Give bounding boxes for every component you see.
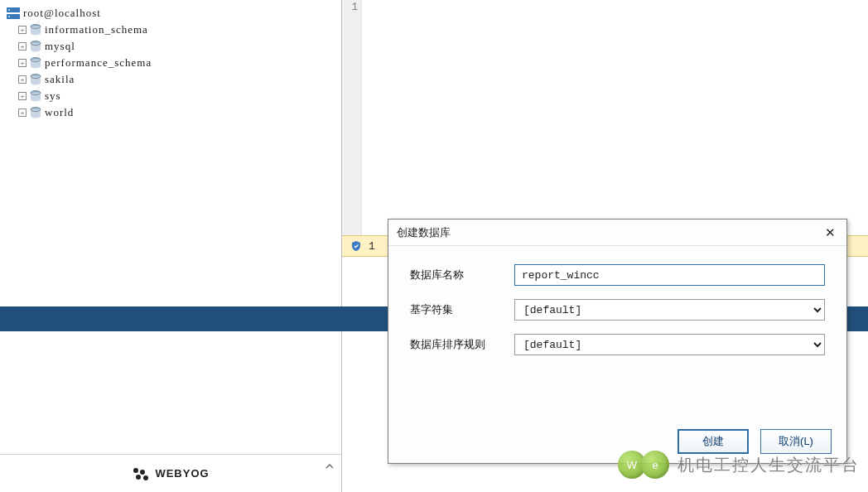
sidebar: root@localhost + information_schema + my… <box>0 0 342 492</box>
brand-text: WEBYOG <box>155 467 209 480</box>
tree-item-label: sakila <box>45 73 75 86</box>
webyog-icon <box>132 466 150 481</box>
charset-label: 基字符集 <box>410 302 501 317</box>
tree-item-label: sys <box>45 89 61 103</box>
wechat-icon: W e <box>618 451 669 479</box>
expand-icon[interactable]: + <box>18 109 27 117</box>
svg-point-16 <box>133 468 138 473</box>
db-name-input[interactable] <box>514 264 825 286</box>
editor-gutter: 1 <box>342 0 362 235</box>
database-icon <box>30 57 41 69</box>
svg-point-19 <box>143 475 148 480</box>
scroll-up-icon[interactable] <box>323 460 336 473</box>
expand-icon[interactable]: + <box>18 42 27 51</box>
tree-root-label: root@localhost <box>23 7 101 20</box>
database-icon <box>30 24 41 36</box>
tree-item-label: information_schema <box>45 23 148 36</box>
tree-item[interactable]: + performance_schema <box>5 55 336 71</box>
database-icon <box>30 107 41 118</box>
close-icon[interactable]: ✕ <box>822 224 838 241</box>
database-icon <box>30 41 41 52</box>
database-icon <box>30 90 41 102</box>
field-collation: 数据库排序规则 [default] <box>410 334 825 355</box>
expand-icon[interactable]: + <box>18 26 27 34</box>
server-icon <box>7 7 20 19</box>
watermark: W e 机电工控人生交流平台 <box>618 451 860 479</box>
charset-select[interactable]: [default] <box>514 299 825 321</box>
database-icon <box>30 74 41 85</box>
watermark-text: 机电工控人生交流平台 <box>678 454 860 476</box>
tree-item-label: world <box>45 106 74 119</box>
svg-point-17 <box>140 470 145 475</box>
tree-item[interactable]: + sakila <box>5 71 336 88</box>
tree-item[interactable]: + world <box>5 104 336 121</box>
tree-item-label: performance_schema <box>45 56 152 70</box>
shield-icon <box>350 240 362 252</box>
gutter-line-number: 1 <box>345 2 358 13</box>
dialog-titlebar: 创建数据库 ✕ <box>388 219 846 246</box>
db-name-label: 数据库名称 <box>410 268 501 282</box>
expand-icon[interactable]: + <box>18 75 27 84</box>
dialog-title: 创建数据库 <box>397 225 451 240</box>
status-count: 1 <box>369 240 375 253</box>
tree-item[interactable]: + mysql <box>5 38 336 55</box>
expand-icon[interactable]: + <box>18 59 27 67</box>
collation-select[interactable]: [default] <box>514 334 825 355</box>
field-charset: 基字符集 [default] <box>410 299 825 321</box>
tree-item[interactable]: + information_schema <box>5 22 336 38</box>
field-db-name: 数据库名称 <box>410 264 825 286</box>
expand-icon[interactable]: + <box>18 92 27 100</box>
brand-logo: WEBYOG <box>132 466 209 481</box>
tree-item[interactable]: + sys <box>5 88 336 104</box>
dialog-body: 数据库名称 基字符集 [default] 数据库排序规则 [default] <box>388 246 846 420</box>
tree-item-label: mysql <box>45 40 75 53</box>
svg-point-2 <box>8 9 10 11</box>
create-database-dialog: 创建数据库 ✕ 数据库名称 基字符集 [default] 数据库排序规则 [de… <box>388 219 847 464</box>
svg-point-18 <box>136 475 141 480</box>
collation-label: 数据库排序规则 <box>410 337 501 352</box>
db-tree: root@localhost + information_schema + my… <box>0 0 341 454</box>
svg-point-3 <box>8 16 10 17</box>
sql-editor[interactable]: 1 <box>342 0 868 235</box>
sidebar-footer: WEBYOG <box>0 454 341 492</box>
tree-root-node[interactable]: root@localhost <box>5 5 336 22</box>
